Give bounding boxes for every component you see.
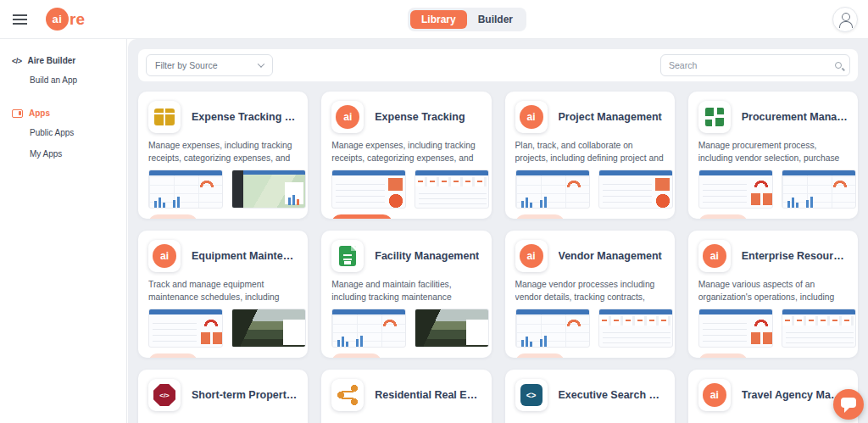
chat-widget-button[interactable] <box>833 389 864 420</box>
app-card[interactable]: ai Project Management Plan, track, and c… <box>505 92 675 219</box>
card-thumbnails <box>515 170 665 209</box>
app-card[interactable]: </> Short-term Property Rental M... <box>138 370 308 423</box>
app-cards-grid: Expense Tracking (Clone) Manage expenses… <box>138 92 858 423</box>
sidebar: </> Aire Builder Build an App Apps Publi… <box>0 39 127 423</box>
top-header: ai re Library Builder <box>0 0 868 39</box>
metric-cards-thumbnail <box>598 309 673 348</box>
teal-code-icon: <> <box>515 379 548 411</box>
card-title: Enterprise Resource Planning <box>742 250 848 262</box>
user-avatar[interactable] <box>832 7 858 32</box>
card-description: Manage expenses, including tracking rece… <box>148 140 298 165</box>
apps-icon <box>12 109 23 118</box>
app-card[interactable]: Procurement Management Manage procuremen… <box>688 92 858 219</box>
tab-library[interactable]: Library <box>410 10 467 29</box>
card-thumbnails <box>698 170 848 209</box>
card-description <box>698 418 848 423</box>
search-box <box>660 54 850 76</box>
dashboard-thumbnail <box>782 170 856 209</box>
aire-logo-icon: ai <box>148 240 181 272</box>
sidebar-item-label: Build an App <box>30 75 77 85</box>
sidebar-item-label: Aire Builder <box>28 56 76 65</box>
card-title: Project Management <box>559 111 662 123</box>
builder-button[interactable]: Builder <box>148 353 198 358</box>
aire-logo-circle: ai <box>46 8 69 31</box>
card-header: ai Enterprise Resource Planning <box>698 238 848 274</box>
photo-thumbnail <box>415 309 489 348</box>
sidebar-item-aire-builder[interactable]: </> Aire Builder <box>0 51 126 70</box>
metric-cards-thumbnail <box>782 309 856 348</box>
dashboard-thumbnail <box>515 309 590 348</box>
sidebar-item-label: My Apps <box>30 149 62 159</box>
app-card[interactable]: ai Expense Tracking Manage expenses, inc… <box>321 92 491 219</box>
card-description: Track and manage equipment maintenance s… <box>148 279 298 304</box>
card-thumbnails <box>331 170 481 209</box>
red-gear-icon: </> <box>148 379 181 411</box>
hamburger-menu-icon[interactable] <box>13 14 27 25</box>
aire-logo-icon: ai <box>698 240 731 272</box>
builder-button[interactable]: Builder <box>698 353 748 358</box>
card-thumbnails <box>331 309 481 348</box>
card-title: Short-term Property Rental M... <box>192 389 298 401</box>
card-header: ai Project Management <box>515 99 665 135</box>
filter-select-label: Filter by Source <box>155 60 218 70</box>
app-card[interactable]: ai Equipment Maintenance Track and manag… <box>138 231 308 358</box>
sidebar-item-my-apps[interactable]: My Apps <box>0 144 126 164</box>
gold-table-icon <box>148 101 181 133</box>
gauge-thumbnail <box>698 170 773 209</box>
orange-share-icon <box>331 379 364 411</box>
card-header: ai Equipment Maintenance <box>148 238 298 274</box>
search-icon[interactable] <box>835 62 842 69</box>
card-title: Facility Management <box>375 250 479 262</box>
card-description <box>148 418 298 423</box>
card-title: Executive Search Manageme... <box>559 389 665 401</box>
card-header: Facility Management <box>331 238 481 274</box>
builder-button[interactable]: Builder <box>698 214 748 219</box>
card-title: Expense Tracking (Clone) <box>192 111 298 123</box>
filter-toolbar: Filter by Source <box>138 49 858 81</box>
builder-button[interactable]: Builder <box>515 214 565 219</box>
tab-builder[interactable]: Builder <box>467 10 524 29</box>
table-thumbnail <box>331 170 406 209</box>
card-title: Equipment Maintenance <box>192 250 298 262</box>
builder-button[interactable]: Builder <box>331 353 381 358</box>
aire-logo[interactable]: ai re <box>46 8 85 31</box>
sidebar-item-label: Apps <box>29 109 50 118</box>
card-description: Plan, track, and collaborate on projects… <box>515 140 665 165</box>
sidebar-item-apps[interactable]: Apps <box>0 103 126 123</box>
app-card[interactable]: Residential Real Estate Agenc... <box>321 370 491 423</box>
green-grid-icon <box>698 101 731 133</box>
app-card[interactable]: ai Enterprise Resource Planning Manage v… <box>688 231 858 358</box>
search-input[interactable] <box>669 60 835 70</box>
photo-thumbnail <box>231 309 306 348</box>
builder-button[interactable]: Builder <box>148 214 198 219</box>
app-card[interactable]: <> Executive Search Manageme... <box>505 370 675 423</box>
aire-logo-icon: ai <box>515 240 548 272</box>
card-header: ai Expense Tracking <box>331 99 481 135</box>
sidebar-item-public-apps[interactable]: Public Apps <box>0 123 126 142</box>
card-header: Expense Tracking (Clone) <box>148 99 298 135</box>
app-card[interactable]: Expense Tracking (Clone) Manage expenses… <box>138 92 308 219</box>
card-title: Expense Tracking <box>375 111 465 123</box>
app-card[interactable]: ai Vendor Management Manage vendor proce… <box>505 231 675 358</box>
builder-button[interactable]: Builder <box>331 214 392 219</box>
gauge-thumbnail <box>148 309 223 348</box>
dashboard-thumbnail <box>331 309 406 348</box>
card-description <box>515 418 665 423</box>
aire-logo-text: re <box>70 10 85 29</box>
card-description <box>331 418 481 423</box>
app-card[interactable]: ai Travel Agency Management <box>688 370 858 423</box>
card-header: <> Executive Search Manageme... <box>515 377 665 413</box>
card-description: Manage procurement process, including ve… <box>698 140 848 165</box>
card-header: ai Vendor Management <box>515 238 665 274</box>
view-tab-group: Library Builder <box>408 8 526 31</box>
dashboard-thumbnail <box>515 170 590 209</box>
card-description: Manage and maintain facilities, includin… <box>331 279 481 304</box>
app-card[interactable]: Facility Management Manage and maintain … <box>321 231 491 358</box>
sidebar-item-build-an-app[interactable]: Build an App <box>0 70 126 90</box>
card-header: </> Short-term Property Rental M... <box>148 377 298 413</box>
builder-button[interactable]: Builder <box>515 353 565 358</box>
filter-by-source-select[interactable]: Filter by Source <box>146 54 273 76</box>
code-icon: </> <box>12 57 22 65</box>
card-header: Procurement Management <box>698 99 848 135</box>
card-description: Manage various aspects of an organizatio… <box>698 279 848 304</box>
